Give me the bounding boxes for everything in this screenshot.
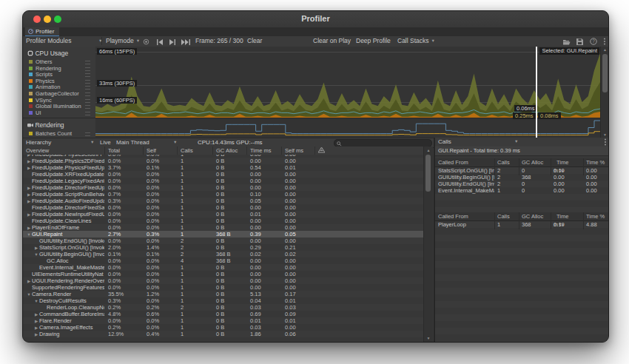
scroll-up-icon[interactable]: ▲ bbox=[424, 148, 433, 152]
clear-on-play-button[interactable]: Clear on Play bbox=[313, 36, 351, 46]
table-row[interactable]: ▶FixedUpdate.ScriptRunBehav0.7%0.0%10 B0… bbox=[23, 191, 423, 198]
table-row[interactable]: ▼GUIUtility.BeginGUI() [Invol0.1%0.1%236… bbox=[23, 251, 423, 257]
thread-dropdown[interactable]: Main Thread▼ bbox=[116, 138, 149, 146]
table-row[interactable]: ▶Camera.ImageEffects0.2%0.0%10 B0.030.00 bbox=[23, 324, 423, 331]
foldout-arrow-icon[interactable]: ▶ bbox=[26, 198, 32, 204]
col-time-ms[interactable]: Time ms bbox=[246, 146, 282, 155]
view-mode-dropdown[interactable]: Hierarchy▼ bbox=[26, 138, 51, 146]
col-self-ms[interactable]: Self ms bbox=[281, 146, 315, 155]
col-calls[interactable]: Calls bbox=[494, 212, 519, 229]
legend-item-ui[interactable]: UI bbox=[29, 109, 92, 116]
table-row[interactable]: GUIUtility.EndGUI() [Invok200.000.00 bbox=[435, 181, 609, 187]
foldout-arrow-icon[interactable]: ▶ bbox=[26, 165, 32, 171]
chart-scrollbar-thumb[interactable] bbox=[602, 54, 608, 92]
foldout-arrow-icon[interactable]: ▶ bbox=[33, 325, 39, 331]
collapse-filter-icon[interactable] bbox=[314, 146, 332, 155]
clear-button[interactable]: Clear bbox=[247, 36, 262, 46]
table-row[interactable]: ▶CommandBuffer.BeforeIma4.8%0.6%10 B0.69… bbox=[23, 311, 423, 317]
table-row[interactable]: ▼Camera.Render35.5%1.2%10 B5.130.17 bbox=[23, 291, 423, 297]
col-time-pct[interactable]: Time % bbox=[583, 212, 609, 229]
col-called-from[interactable]: Called From bbox=[435, 158, 494, 175]
foldout-arrow-icon[interactable]: ▶ bbox=[26, 158, 32, 164]
table-row[interactable]: ▶FixedUpdate.DirectorFixedUp0.0%0.0%10 B… bbox=[23, 184, 423, 191]
col-time-ms[interactable]: Time ms▲ bbox=[551, 212, 583, 229]
table-row[interactable]: FixedUpdate.XRFixedUpdate0.0%0.0%10 B0.0… bbox=[23, 171, 423, 178]
foldout-arrow-icon[interactable]: ▶ bbox=[26, 225, 32, 231]
cell: 0.00 bbox=[551, 187, 583, 194]
table-row[interactable]: UIElementsRuntimeUtilityNat0.0%0.0%10 B0… bbox=[23, 271, 423, 277]
table-row[interactable]: FixedUpdate.ClearLines0.0%0.0%10 B0.000.… bbox=[23, 218, 423, 224]
table-row[interactable]: ▶FixedUpdate.Physics2DFixedI0.0%0.0%10 B… bbox=[23, 158, 423, 164]
foldout-arrow-icon[interactable]: ▶ bbox=[33, 245, 39, 251]
drag-handle[interactable] bbox=[85, 73, 90, 77]
foldout-arrow-icon[interactable]: ▼ bbox=[33, 252, 39, 257]
table-row[interactable]: FixedUpdate.DirectorFixedSa0.0%0.0%10 B0… bbox=[23, 204, 423, 211]
col-overview[interactable]: Overview bbox=[23, 146, 104, 155]
foldout-arrow-icon[interactable]: ▼ bbox=[33, 298, 39, 304]
foldout-arrow-icon[interactable]: ▶ bbox=[33, 318, 39, 324]
table-row[interactable]: ▶FixedUpdate.PhysicsFixedUp3.7%0.1%10 B0… bbox=[23, 164, 423, 171]
col-calls[interactable]: Calls bbox=[177, 146, 213, 155]
table-scrollbar[interactable]: ▲ ▼ bbox=[423, 146, 433, 342]
current-frame-playhead[interactable] bbox=[536, 47, 537, 138]
drag-handle[interactable] bbox=[85, 67, 90, 71]
foldout-arrow-icon[interactable]: ▼ bbox=[26, 291, 32, 297]
drag-handle[interactable] bbox=[85, 105, 90, 109]
profiler-modules-dropdown[interactable]: Profiler Modules▼ bbox=[26, 36, 71, 46]
col-gc-alloc[interactable]: GC Alloc bbox=[519, 212, 551, 229]
table-scrollbar-thumb[interactable] bbox=[426, 155, 431, 192]
col-called-from[interactable]: Called From bbox=[435, 212, 494, 229]
playmode-dropdown[interactable]: Playmode▼ bbox=[106, 36, 140, 46]
drag-handle[interactable] bbox=[85, 99, 90, 103]
table-row[interactable]: FixedUpdate.LegacyFixedAni0.0%0.0%10 B0.… bbox=[23, 178, 423, 184]
col-total[interactable]: Total bbox=[104, 146, 144, 155]
table-row[interactable]: ▼DestroyCullResults0.3%0.0%10 B0.040.01 bbox=[23, 297, 423, 304]
rendering-chart[interactable] bbox=[95, 118, 600, 138]
foldout-arrow-icon[interactable]: ▶ bbox=[26, 185, 32, 191]
table-row[interactable]: ▶Flare.Render0.0%0.0%10 B0.010.01 bbox=[23, 317, 423, 324]
col-gc-alloc[interactable]: GC Alloc bbox=[519, 158, 551, 175]
chart-scrollbar[interactable]: ▲ ▼ bbox=[600, 47, 609, 138]
col-time-ms[interactable]: Time ms▲ bbox=[551, 158, 583, 175]
table-row[interactable]: ▶PlayerEndOfFrame0.0%0.0%10 B0.000.00 bbox=[23, 224, 423, 231]
foldout-arrow-icon[interactable]: ▶ bbox=[26, 212, 32, 218]
foldout-arrow-icon[interactable]: ▶ bbox=[26, 278, 32, 284]
table-row[interactable]: ▶Drawing12.9%0.4%10 B1.860.06 bbox=[23, 331, 423, 337]
col-gc-alloc[interactable]: GC Alloc bbox=[212, 146, 247, 155]
scroll-down-icon[interactable]: ▼ bbox=[601, 132, 609, 137]
scroll-up-icon[interactable]: ▲ bbox=[601, 47, 609, 52]
foldout-arrow-icon[interactable]: ▶ bbox=[33, 331, 39, 337]
call-stacks-dropdown[interactable]: Call Stacks▼ bbox=[397, 36, 435, 46]
drag-handle[interactable] bbox=[85, 61, 90, 64]
drag-handle[interactable] bbox=[85, 112, 90, 115]
drag-handle[interactable] bbox=[85, 132, 90, 136]
foldout-arrow-icon[interactable]: ▶ bbox=[33, 311, 39, 317]
cpu-module-header[interactable]: CPU Usage bbox=[27, 50, 68, 58]
col-time-pct[interactable]: Time % bbox=[583, 158, 609, 175]
live-toggle[interactable]: Live bbox=[100, 138, 111, 146]
tab-profiler[interactable]: Profiler bbox=[25, 27, 59, 36]
table-row[interactable]: SupportedRenderingFeatures.0.0%0.0%10 B0… bbox=[23, 284, 423, 291]
col-self[interactable]: Self bbox=[143, 146, 178, 155]
table-row[interactable]: Event.Internal_MakeMaste100.000.00 bbox=[435, 187, 609, 194]
drag-handle[interactable] bbox=[85, 80, 90, 84]
drag-handle[interactable] bbox=[85, 86, 90, 90]
table-row[interactable]: ▶StatsScript.OnGUI() [Invoke2.0%1.4%20 B… bbox=[23, 244, 423, 251]
table-row[interactable]: RenderLoop.CleanupNo0.2%0.2%20 B0.030.03 bbox=[23, 304, 423, 311]
table-row[interactable]: ▼GUI.Repaint2.7%0.3%1368 B0.390.05 bbox=[23, 231, 423, 237]
table-row[interactable]: ▶FixedUpdate.NewInputFixedU0.0%0.0%10 B0… bbox=[23, 211, 423, 218]
table-row[interactable]: GC.Alloc0.0%0.0%4368 B0.000.00 bbox=[23, 257, 423, 264]
col-calls[interactable]: Calls bbox=[494, 158, 519, 175]
deep-profile-button[interactable]: Deep Profile bbox=[356, 36, 391, 46]
table-row[interactable]: Event.Internal_MakeMaster0.0%0.0%10 B0.0… bbox=[23, 264, 423, 271]
rendering-module-header[interactable]: Rendering bbox=[27, 121, 64, 129]
drag-handle[interactable] bbox=[85, 92, 90, 96]
table-row[interactable]: ▶UGUI.Rendering.RenderOverl0.0%0.0%10 B0… bbox=[23, 277, 423, 284]
scroll-down-icon[interactable]: ▼ bbox=[424, 336, 433, 340]
legend-item-batches-count[interactable]: Batches Count bbox=[29, 130, 92, 137]
table-row[interactable]: GUIUtility.EndGUI() [Invoke0.0%0.0%20 B0… bbox=[23, 237, 423, 244]
foldout-arrow-icon[interactable]: ▼ bbox=[26, 232, 32, 237]
details-mode-dropdown[interactable]: Calls▼ bbox=[438, 138, 451, 146]
foldout-arrow-icon[interactable]: ▶ bbox=[26, 192, 32, 198]
table-row[interactable]: ▶FixedUpdate.AudioFixedUpda0.3%0.0%10 B0… bbox=[23, 198, 423, 204]
